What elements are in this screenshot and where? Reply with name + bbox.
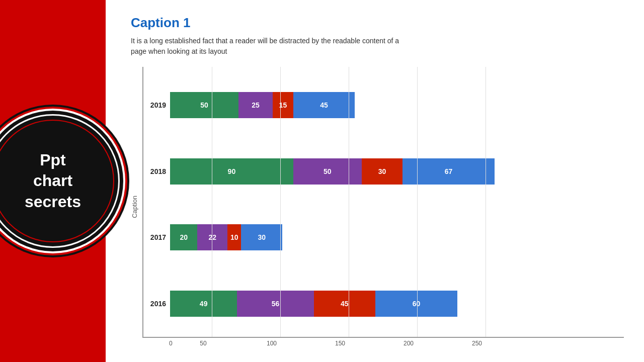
bar-segments: 50251545 (170, 92, 355, 118)
bar-segment-purple: 50 (293, 158, 362, 185)
right-panel: Caption 1 It is a long established fact … (106, 0, 644, 362)
bar-year-label: 2018 (143, 167, 166, 175)
x-axis-label: 100 (237, 340, 306, 347)
bar-segments: 90503067 (170, 158, 495, 185)
bar-segment-blue: 60 (375, 291, 457, 317)
bar-segment-green: 50 (170, 92, 238, 118)
x-axis: 050100150200250 (169, 340, 624, 347)
bar-segments: 20221030 (170, 224, 282, 250)
bar-segment-red: 45 (314, 291, 375, 317)
bar-segment-red: 30 (362, 158, 403, 185)
x-axis-label: 50 (169, 340, 237, 347)
x-axis-label: 150 (306, 340, 374, 347)
bar-segment-blue: 30 (241, 224, 282, 250)
left-panel: Pptchartsecrets (0, 0, 106, 362)
bar-year-label: 2016 (143, 300, 166, 308)
bar-segment-purple: 25 (238, 92, 273, 118)
bar-segment-red: 15 (273, 92, 293, 118)
bar-segment-purple: 56 (237, 291, 313, 317)
caption-title: Caption 1 (131, 15, 624, 31)
x-axis-label: 200 (374, 340, 443, 347)
circle-text: Pptchartsecrets (25, 150, 81, 213)
bar-row: 201950251545 (143, 90, 624, 120)
chart-area: 2019502515452018905030672017202210302016… (142, 67, 624, 347)
circle-outer: Pptchartsecrets (0, 111, 123, 251)
bar-segment-blue: 67 (403, 158, 494, 185)
bar-segment-purple: 22 (197, 224, 227, 250)
circle-logo: Pptchartsecrets (0, 111, 123, 251)
bar-year-label: 2019 (143, 101, 166, 109)
y-axis-label: Caption (131, 196, 138, 218)
bar-segment-green: 49 (170, 291, 237, 317)
bar-year-label: 2017 (143, 233, 166, 241)
bar-row: 201890503067 (143, 156, 624, 187)
x-axis-label: 250 (443, 340, 511, 347)
bar-segment-green: 90 (170, 158, 293, 185)
bars-container: 2019502515452018905030672017202210302016… (142, 67, 624, 338)
bar-segment-green: 20 (170, 224, 197, 250)
chart-wrapper: Caption 20195025154520189050306720172022… (131, 67, 624, 347)
caption-description: It is a long established fact that a rea… (131, 36, 413, 57)
bar-row: 201649564560 (143, 289, 624, 319)
bar-segment-blue: 45 (293, 92, 355, 118)
bar-segment-red: 10 (227, 224, 241, 250)
bar-segments: 49564560 (170, 291, 457, 317)
bar-row: 201720221030 (143, 222, 624, 252)
